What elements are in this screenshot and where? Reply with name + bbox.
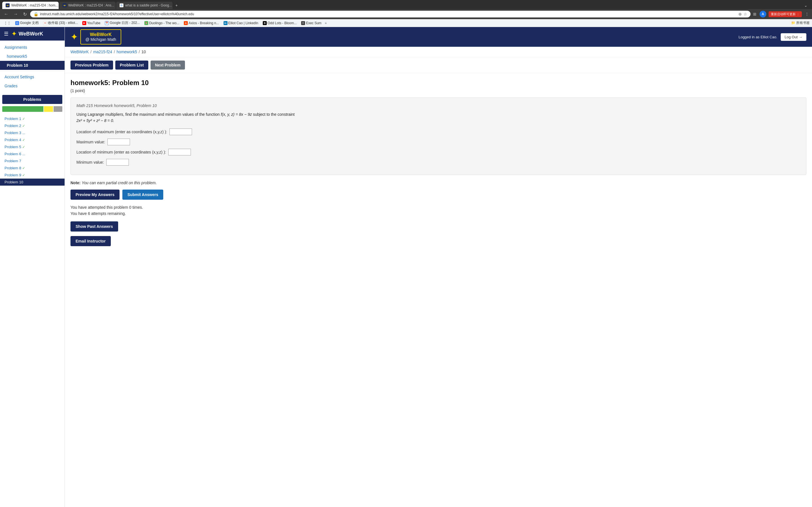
problem-list-item-4[interactable]: Problem 4 ✓: [0, 136, 64, 144]
profile-button[interactable]: A: [760, 11, 766, 17]
sidebar-item-account-settings[interactable]: Account Settings: [0, 72, 64, 81]
problem-4-label: Problem 4: [4, 138, 21, 142]
extensions-button[interactable]: ⊞: [752, 11, 757, 17]
problem-8-check: ✓: [22, 166, 25, 170]
breadcrumb-homework[interactable]: homework5: [117, 50, 137, 54]
breadcrumb-sep-1: /: [91, 50, 92, 54]
yt-favicon: ▶: [82, 21, 86, 25]
menu-button[interactable]: ⋮: [804, 11, 810, 17]
hamburger-icon[interactable]: ☰: [4, 31, 8, 37]
min-location-input[interactable]: [168, 149, 191, 156]
tab-add-button[interactable]: +: [173, 2, 180, 9]
breadcrumb: WeBWorK / ma215-f24 / homework5 / 10: [65, 47, 812, 57]
problem-list-item-8[interactable]: Problem 8 ✓: [0, 165, 64, 172]
max-value-input[interactable]: [107, 138, 130, 145]
max-value-row: Maximum value:: [77, 138, 801, 145]
header-logo-box: WeBWorK @ Michigan Math: [80, 29, 121, 45]
previous-problem-button[interactable]: Previous Problem: [70, 61, 113, 69]
logout-button[interactable]: Log Out →: [781, 33, 806, 41]
min-location-label: Location of minimum (enter as coordinate…: [77, 150, 166, 154]
tab-2[interactable]: W WeBWorK : ma215-f24 : Ans... ✕: [59, 2, 116, 9]
problem-box: Math 215 Homework homework5, Problem 10 …: [70, 98, 806, 175]
secondary-buttons: Show Past Answers: [70, 221, 806, 231]
problem-function: f(x, y, z) = 8x − 9z: [221, 112, 252, 117]
sidebar-header[interactable]: ☰ ✦ WeBWorK: [0, 27, 64, 41]
problem-list-item-2[interactable]: Problem 2 ✓: [0, 122, 64, 129]
bookmark-linkedin[interactable]: in Elliot Cao | LinkedIn: [222, 20, 260, 25]
bb-favicon: B: [263, 21, 267, 25]
address-text: instruct.math.lsa.umich.edu/webwork2/ma2…: [40, 12, 737, 16]
bookmark-bb[interactable]: B Odd Lots - Bloom...: [261, 20, 298, 25]
action-buttons: Preview My Answers Submit Answers: [70, 189, 806, 200]
logo-star-icon: ✦: [11, 30, 17, 38]
max-location-input[interactable]: [169, 128, 192, 135]
max-location-label: Location of maximum (enter as coordinate…: [77, 129, 167, 134]
bookmark-gcal[interactable]: 📅 Google 日历 - 202...: [103, 20, 142, 26]
bookmarks-overflow[interactable]: »: [325, 21, 327, 25]
breadcrumb-webwork[interactable]: WeBWorK: [70, 50, 89, 54]
sidebar-nav: Assignments homework5 Problem 10 Account…: [0, 41, 64, 93]
sidebar-item-problem10[interactable]: Problem 10: [0, 61, 64, 70]
tertiary-buttons: Email Instructor: [70, 236, 806, 246]
max-location-row: Location of maximum (enter as coordinate…: [77, 128, 801, 135]
translate-icon[interactable]: ⊕: [739, 12, 742, 16]
reload-button[interactable]: ↻: [21, 11, 29, 17]
bookmark-gmail[interactable]: M 收件箱 (33) - elliot...: [42, 20, 80, 26]
back-button[interactable]: ←: [2, 11, 10, 17]
problem-body: homework5: Problem 10 (1 point) Math 215…: [65, 73, 812, 252]
bookmark-exec-label: Exec Sum: [306, 21, 321, 25]
tab-2-label: WeBWorK : ma215-f24 : Ans...: [68, 3, 114, 7]
star-icon[interactable]: ☆: [744, 12, 747, 16]
breadcrumb-course[interactable]: ma215-f24: [93, 50, 112, 54]
bookmark-bb-label: Odd Lots - Bloom...: [267, 21, 297, 25]
next-problem-button[interactable]: Next Problem: [151, 61, 185, 69]
gmail-favicon: M: [43, 21, 47, 25]
problem-4-check: ✓: [22, 138, 25, 142]
bookmark-exec[interactable]: E Exec Sum: [299, 20, 323, 25]
tab-1[interactable]: W WeBWorK : ma215-f24 : hom... ✕: [2, 2, 59, 9]
bookmark-youtube[interactable]: ▶ YouTube: [81, 20, 102, 25]
logged-in-text: Logged in as Elliot Cao.: [739, 35, 777, 39]
problem-description: Using Lagrange multipliers, find the max…: [77, 111, 801, 124]
bookmark-apps[interactable]: ⋮⋮: [2, 20, 12, 25]
logout-icon: →: [799, 35, 802, 39]
min-value-row: Minimum value:: [77, 159, 801, 166]
problem-list-item-9[interactable]: Problem 9 ✓: [0, 172, 64, 179]
submit-answers-button[interactable]: Submit Answers: [122, 189, 163, 200]
bookmark-duolingo[interactable]: 🦉 Duolingo - The wo...: [143, 20, 181, 25]
gdoc-favicon: D: [15, 21, 19, 25]
problem-list-item-7[interactable]: Problem 7: [0, 158, 64, 165]
problem-list-item-3[interactable]: Problem 3 ...: [0, 129, 64, 136]
progress-gray: [54, 106, 62, 112]
update-button[interactable]: 重新启动即可更新 ：: [769, 11, 802, 17]
sidebar-item-grades[interactable]: Grades: [0, 81, 64, 91]
tab-overflow-button[interactable]: ⌄: [802, 2, 810, 9]
problem-list-item-10[interactable]: Problem 10: [0, 179, 64, 186]
problem-list-item-5[interactable]: Problem 5 ✓: [0, 144, 64, 151]
breadcrumb-sep-3: /: [139, 50, 140, 54]
problem-list-item-1[interactable]: Problem 1 ✓: [0, 115, 64, 122]
sidebar-item-homework5[interactable]: homework5: [0, 52, 64, 61]
min-value-input[interactable]: [106, 159, 129, 166]
app-header-logo: ✦ WeBWorK @ Michigan Math: [70, 29, 121, 45]
bookmark-axios[interactable]: A Axios - Breaking n...: [182, 20, 220, 25]
tab-3[interactable]: G what is a saddle point - Goog... ✕: [116, 2, 172, 9]
axios-favicon: A: [184, 21, 188, 25]
problem-list-item-6[interactable]: Problem 6 ...: [0, 151, 64, 158]
preview-answers-button[interactable]: Preview My Answers: [70, 189, 119, 200]
show-past-answers-button[interactable]: Show Past Answers: [70, 221, 118, 231]
problem-10-label: Problem 10: [4, 180, 23, 184]
address-bar[interactable]: 🔒 instruct.math.lsa.umich.edu/webwork2/m…: [30, 11, 751, 17]
problem-6-label: Problem 6 ...: [4, 152, 26, 156]
bookmarks-folder[interactable]: 📁 所有书签: [791, 20, 810, 25]
problem-list-button[interactable]: Problem List: [115, 61, 148, 69]
problem-5-label: Problem 5: [4, 145, 21, 149]
email-instructor-button[interactable]: Email Instructor: [70, 236, 111, 246]
bookmark-gmail-label: 收件箱 (33) - elliot...: [48, 20, 78, 25]
bookmark-gdoc[interactable]: D Google 文档: [13, 20, 40, 26]
tab-bar: W WeBWorK : ma215-f24 : hom... ✕ W WeBWo…: [0, 0, 812, 9]
cal-favicon: 📅: [105, 21, 109, 25]
sidebar-item-assignments[interactable]: Assignments: [0, 43, 64, 52]
app-layout: ☰ ✦ WeBWorK Assignments homework5 Proble…: [0, 27, 812, 507]
forward-button[interactable]: →: [12, 11, 20, 17]
